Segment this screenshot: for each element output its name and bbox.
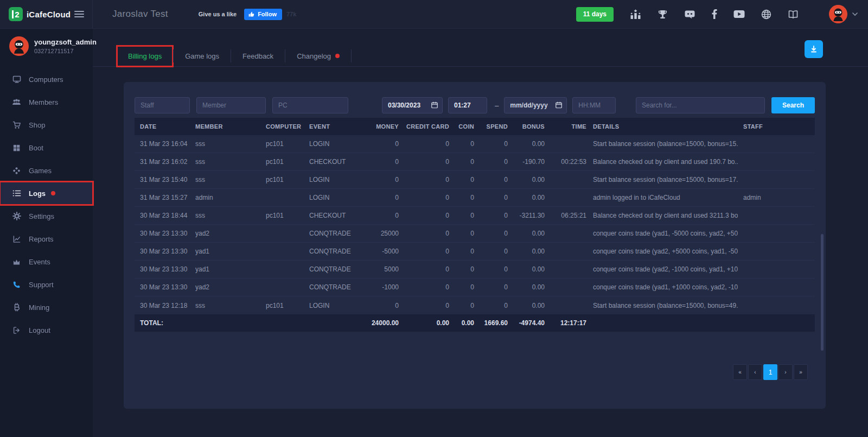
cell-coin: 0 [450,212,475,219]
staff-filter-input[interactable] [135,97,190,113]
sidebar-menu: Computers Members Shop Boot Games Logs S… [0,68,93,341]
sidebar-item-members[interactable]: Members [0,91,93,113]
icafecloud-logo-icon: 2 [9,7,23,21]
export-download-button[interactable] [805,40,823,58]
column-header-time[interactable]: TIME [546,123,588,130]
total-money: 24000.00 [358,319,400,327]
table-scrollbar[interactable] [821,234,824,351]
total-coin: 0.00 [450,319,475,327]
table-total-row: TOTAL:24000.000.000.001669.60-4974.4012:… [135,314,815,332]
sidebar-item-shop[interactable]: Shop [0,113,93,136]
sidebar-item-label: Logs [29,189,46,198]
tab-game-logs[interactable]: Game logs [174,46,231,67]
globe-icon[interactable] [761,9,771,20]
next-page-button[interactable]: › [778,364,793,380]
sidebar-item-logout[interactable]: Logout [0,319,93,341]
table-row[interactable]: 30 Mar 23 13:30yad1CONQTRADE50000000.00c… [135,261,815,278]
page-1-button[interactable]: 1 [763,364,777,380]
prev-page-button[interactable]: ‹ [748,364,762,380]
sidebar-item-support[interactable]: Support [0,273,93,296]
member-filter-input[interactable] [196,97,266,113]
trophy-icon[interactable] [658,9,668,20]
table-row[interactable]: 31 Mar 23 16:04ssspc101LOGIN00000.00Star… [135,135,815,153]
top-header: 2 iCafeCloud Jaroslav Test Give us a lik… [0,0,868,29]
table-row[interactable]: 30 Mar 23 12:18ssspc101LOGIN00000.00Star… [135,296,815,314]
time-to-input[interactable] [572,97,616,113]
column-header-credit_card[interactable]: CREDIT CARD [400,123,450,130]
days-remaining-badge[interactable]: 11 days [576,7,614,22]
column-header-details[interactable]: DETAILS [588,123,738,130]
ranking-icon[interactable] [630,9,641,20]
cell-date: 30 Mar 23 13:30 [135,283,190,291]
column-header-computer[interactable]: COMPUTER [260,123,304,130]
total-time: 12:17:17 [546,319,588,327]
table-row[interactable]: 30 Mar 23 18:44ssspc101CHECKOUT0000-3211… [135,207,815,225]
column-header-spend[interactable]: SPEND [475,123,509,130]
download-icon [809,45,818,54]
monitor-icon [12,75,21,84]
facebook-follow-button[interactable]: Follow [244,9,282,20]
book-icon[interactable] [788,10,799,19]
cell-member: yad1 [190,248,260,255]
sidebar-item-events[interactable]: Events [0,250,93,273]
pc-filter-input[interactable] [272,97,348,113]
cell-details: conquer coins trade (yad1, -5000 coins, … [588,230,738,237]
sidebar-item-settings[interactable]: Settings [0,205,93,227]
cell-bonus: -3211.30 [509,212,546,219]
search-input[interactable] [636,97,765,113]
youtube-icon[interactable] [733,10,745,18]
column-header-member[interactable]: MEMBER [190,123,260,130]
sidebar-item-label: Boot [29,144,43,152]
sidebar-item-boot[interactable]: Boot [0,136,93,159]
column-header-date[interactable]: DATE [135,123,190,130]
search-button[interactable]: Search [771,97,815,113]
column-header-staff[interactable]: STAFF [738,123,815,130]
sidebar-item-reports[interactable]: Reports [0,227,93,250]
sidebar-item-label: Mining [29,303,49,312]
first-page-button[interactable]: « [733,364,747,380]
last-page-button[interactable]: » [794,364,808,380]
date-range-separator: – [495,102,499,110]
notification-dot [335,54,340,58]
date-from-input[interactable] [382,97,443,113]
cell-event: CONQTRADE [304,265,358,273]
tab-label: Changelog [297,52,331,60]
sidebar-item-mining[interactable]: Mining [0,296,93,319]
table-row[interactable]: 30 Mar 23 13:30yad2CONQTRADE-10000000.00… [135,278,815,296]
cell-event: LOGIN [304,194,358,201]
time-from-input[interactable] [448,97,487,113]
column-header-coin[interactable]: COIN [450,123,475,130]
column-header-bonus[interactable]: BONUS [509,123,546,130]
cell-money: 0 [358,302,400,309]
column-header-event[interactable]: EVENT [304,123,358,130]
discord-icon[interactable] [684,10,695,19]
user-id: 032712711517 [34,48,97,54]
sidebar-item-games[interactable]: Games [0,159,93,182]
sidebar-user-block[interactable]: youngzsoft_admin 032712711517 [0,29,93,64]
cell-credit_card: 0 [400,248,450,255]
table-row[interactable]: 30 Mar 23 13:30yad2CONQTRADE250000000.00… [135,225,815,243]
menu-icon[interactable] [74,10,85,18]
column-header-money[interactable]: MONEY [358,123,400,130]
cell-money: 5000 [358,265,400,273]
sidebar-item-logs[interactable]: Logs [0,182,93,205]
cell-event: LOGIN [304,140,358,148]
table-row[interactable]: 31 Mar 23 15:27adminLOGIN00000.00admin l… [135,189,815,207]
total-credit_card: 0.00 [400,319,450,327]
tab-feedback[interactable]: Feedback [231,46,285,67]
table-row[interactable]: 30 Mar 23 13:30yad1CONQTRADE-50000000.00… [135,243,815,261]
cell-event: CHECKOUT [304,158,358,166]
cell-event: CONQTRADE [304,283,358,291]
tab-changelog[interactable]: Changelog [285,46,351,67]
gear-icon [12,212,21,220]
user-menu[interactable] [829,5,858,23]
logo: 2 iCafeCloud [0,0,93,29]
tab-billing-logs[interactable]: Billing logs [117,46,173,67]
date-to-input[interactable] [504,97,567,113]
sidebar-item-computers[interactable]: Computers [0,68,93,91]
members-icon [12,98,21,106]
table-row[interactable]: 31 Mar 23 15:40ssspc101LOGIN00000.00Star… [135,171,815,189]
table-row[interactable]: 31 Mar 23 16:02ssspc101CHECKOUT0000-190.… [135,153,815,171]
facebook-icon[interactable] [712,9,717,19]
cell-computer: pc101 [260,176,304,183]
